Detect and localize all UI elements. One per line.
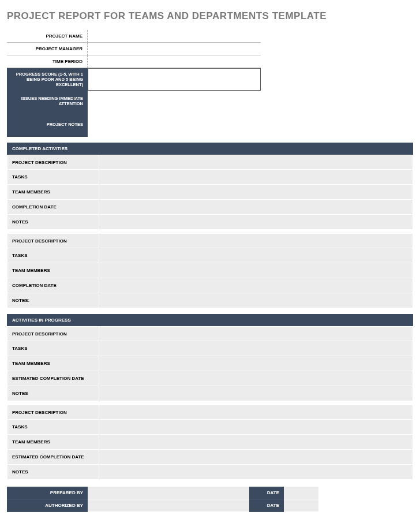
team-members-field[interactable] <box>99 263 413 278</box>
time-period-label: TIME PERIOD <box>7 55 88 68</box>
notes-label: NOTES: <box>7 293 99 308</box>
completion-date-field[interactable] <box>99 278 413 293</box>
tasks-label: TASKS <box>7 248 99 263</box>
completed-activities-section: COMPLETED ACTIVITIES PROJECT DESCRIPTION… <box>7 143 413 308</box>
tasks-field[interactable] <box>99 248 413 263</box>
project-description-label: PROJECT DESCRIPTION <box>7 326 99 341</box>
notes-label: NOTES <box>7 215 99 230</box>
completion-date-label: COMPLETION DATE <box>7 200 99 215</box>
team-members-label: TEAM MEMBERS <box>7 263 99 278</box>
prepared-by-field[interactable] <box>88 487 249 499</box>
project-notes-label: PROJECT NOTES <box>7 111 88 137</box>
tasks-label: TASKS <box>7 170 99 185</box>
date-label: DATE <box>249 499 284 512</box>
authorized-by-field[interactable] <box>88 499 249 512</box>
prepared-by-label: PREPARED BY <box>7 487 88 499</box>
completed-block: PROJECT DESCRIPTION TASKS TEAM MEMBERS C… <box>7 233 413 308</box>
team-members-label: TEAM MEMBERS <box>7 185 99 200</box>
progress-block: PROJECT DESCRIPTION TASKS TEAM MEMBERS E… <box>7 326 413 401</box>
team-members-field[interactable] <box>99 356 413 371</box>
completed-activities-heading: COMPLETED ACTIVITIES <box>7 143 413 155</box>
estimated-completion-label: ESTIMATED COMPLETION DATE <box>7 371 99 386</box>
estimated-completion-field[interactable] <box>99 450 413 465</box>
project-description-label: PROJECT DESCRIPTION <box>7 155 99 170</box>
project-name-field[interactable] <box>88 30 261 43</box>
estimated-completion-label: ESTIMATED COMPLETION DATE <box>7 450 99 465</box>
team-members-field[interactable] <box>99 185 413 200</box>
tasks-field[interactable] <box>99 170 413 185</box>
activities-in-progress-heading: ACTIVITIES IN PROGRESS <box>7 314 413 326</box>
progress-block: PROJECT DESCRIPTION TASKS TEAM MEMBERS E… <box>7 405 413 480</box>
notes-label: NOTES <box>7 465 99 480</box>
progress-score-field[interactable] <box>88 68 261 91</box>
page-title: PROJECT REPORT FOR TEAMS AND DEPARTMENTS… <box>7 10 413 22</box>
notes-field[interactable] <box>99 386 413 401</box>
issues-field[interactable] <box>88 91 413 111</box>
project-description-field[interactable] <box>99 155 413 170</box>
tasks-label: TASKS <box>7 341 99 356</box>
project-name-label: PROJECT NAME <box>7 30 88 43</box>
tasks-label: TASKS <box>7 420 99 435</box>
time-period-field[interactable] <box>88 55 261 68</box>
project-description-field[interactable] <box>99 405 413 420</box>
notes-field[interactable] <box>99 465 413 480</box>
authorized-date-field[interactable] <box>284 499 318 512</box>
team-members-label: TEAM MEMBERS <box>7 435 99 450</box>
completion-date-label: COMPLETION DATE <box>7 278 99 293</box>
notes-label: NOTES <box>7 386 99 401</box>
issues-label: ISSUES NEEDING IMMEDIATE ATTENTION <box>7 91 88 111</box>
project-description-field[interactable] <box>99 326 413 341</box>
notes-field[interactable] <box>99 215 413 230</box>
header-section: PROJECT NAME PROJECT MANAGER TIME PERIOD… <box>7 30 413 137</box>
tasks-field[interactable] <box>99 341 413 356</box>
prepared-date-field[interactable] <box>284 487 318 499</box>
notes-field[interactable] <box>99 293 413 308</box>
project-description-label: PROJECT DESCRIPTION <box>7 233 99 248</box>
date-label: DATE <box>249 487 284 499</box>
estimated-completion-field[interactable] <box>99 371 413 386</box>
project-manager-label: PROJECT MANAGER <box>7 43 88 55</box>
tasks-field[interactable] <box>99 420 413 435</box>
team-members-field[interactable] <box>99 435 413 450</box>
team-members-label: TEAM MEMBERS <box>7 356 99 371</box>
completed-block: PROJECT DESCRIPTION TASKS TEAM MEMBERS C… <box>7 155 413 230</box>
activities-in-progress-section: ACTIVITIES IN PROGRESS PROJECT DESCRIPTI… <box>7 314 413 480</box>
progress-score-label: PROGRESS SCORE (1-5, WITH 1 BEING POOR A… <box>7 68 88 91</box>
project-notes-field[interactable] <box>88 111 413 137</box>
completion-date-field[interactable] <box>99 200 413 215</box>
project-manager-field[interactable] <box>88 43 261 55</box>
footer-section: PREPARED BY DATE AUTHORIZED BY DATE <box>7 487 413 512</box>
authorized-by-label: AUTHORIZED BY <box>7 499 88 512</box>
project-description-field[interactable] <box>99 233 413 248</box>
project-description-label: PROJECT DESCRIPTION <box>7 405 99 420</box>
